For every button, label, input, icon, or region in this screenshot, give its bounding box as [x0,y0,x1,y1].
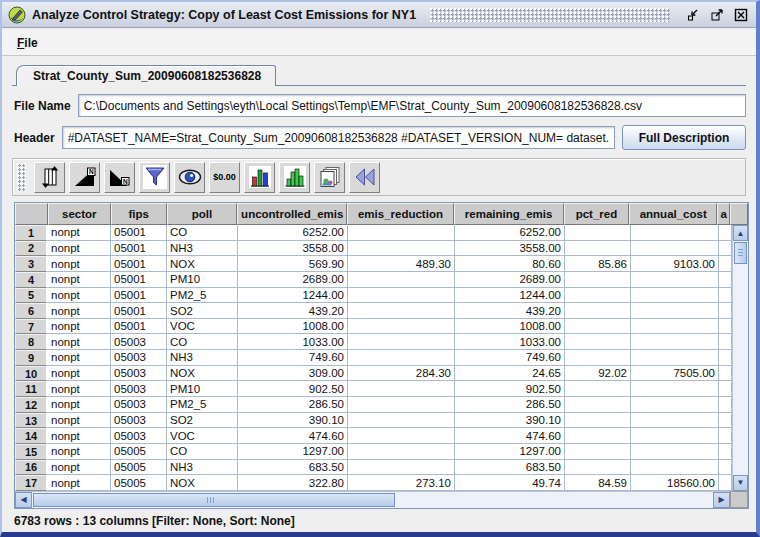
cell-uncontrolled_emis[interactable]: 1033.00 [238,334,348,350]
cell-annual_cost[interactable] [631,303,719,319]
row-header[interactable]: 9 [15,350,48,366]
cell-pct_red[interactable]: 84.59 [565,475,631,491]
header-input[interactable] [62,126,615,149]
cell-uncontrolled_emis[interactable]: 390.10 [238,413,348,429]
cell-emis_reduction[interactable] [348,413,455,429]
cell-sector[interactable]: nonpt [48,444,111,460]
cell-fips[interactable]: 05001 [111,288,167,304]
cell-fips[interactable]: 05003 [111,381,167,397]
cell-remaining_emis[interactable]: 3558.00 [455,241,565,257]
cell-sector[interactable]: nonpt [48,241,111,257]
arrange-columns-button[interactable] [34,162,65,193]
cell-a[interactable] [719,288,732,304]
cell-remaining_emis[interactable]: 2689.00 [455,272,565,288]
cell-emis_reduction[interactable] [348,241,455,257]
cell-poll[interactable]: NOX [167,256,238,272]
cell-sector[interactable]: nonpt [48,397,111,413]
cell-a[interactable] [719,475,732,491]
cell-a[interactable] [719,225,732,241]
tab-strat-county-sum[interactable]: Strat_County_Sum_20090608182536828 [16,65,276,86]
cell-a[interactable] [719,444,732,460]
cell-annual_cost[interactable] [631,225,719,241]
minimize-button[interactable] [684,6,702,24]
cell-pct_red[interactable] [565,225,631,241]
vertical-scrollbar[interactable]: ▲ ▼ [732,225,748,491]
cell-remaining_emis[interactable]: 286.50 [455,397,565,413]
cell-fips[interactable]: 05001 [111,241,167,257]
cell-fips[interactable]: 05001 [111,225,167,241]
cell-uncontrolled_emis[interactable]: 474.60 [238,428,348,444]
cell-a[interactable] [719,241,732,257]
cell-emis_reduction[interactable] [348,428,455,444]
column-header-poll[interactable]: poll [167,203,238,225]
cell-sector[interactable]: nonpt [48,460,111,476]
cell-pct_red[interactable] [565,303,631,319]
cell-uncontrolled_emis[interactable]: 6252.00 [238,225,348,241]
cell-remaining_emis[interactable]: 49.74 [455,475,565,491]
cell-pct_red[interactable] [565,334,631,350]
cell-uncontrolled_emis[interactable]: 1244.00 [238,288,348,304]
cell-emis_reduction[interactable] [348,319,455,335]
reset-button[interactable] [349,162,380,193]
file-name-input[interactable] [78,94,746,117]
cell-annual_cost[interactable] [631,460,719,476]
cell-emis_reduction[interactable] [348,381,455,397]
cell-sector[interactable]: nonpt [48,303,111,319]
column-header-a[interactable]: a [717,203,730,225]
cell-remaining_emis[interactable]: 439.20 [455,303,565,319]
cell-annual_cost[interactable] [631,444,719,460]
cell-emis_reduction[interactable] [348,397,455,413]
cell-fips[interactable]: 05003 [111,413,167,429]
cell-a[interactable] [719,256,732,272]
cell-emis_reduction[interactable] [348,334,455,350]
cell-uncontrolled_emis[interactable]: 902.50 [238,381,348,397]
horizontal-scroll-track[interactable] [395,492,713,508]
cell-remaining_emis[interactable]: 474.60 [455,428,565,444]
cell-fips[interactable]: 05003 [111,397,167,413]
copy-image-button[interactable] [314,162,345,193]
cell-a[interactable] [719,428,732,444]
cell-emis_reduction[interactable]: 284.30 [348,366,455,382]
scroll-down-icon[interactable]: ▼ [733,475,748,491]
cell-annual_cost[interactable] [631,397,719,413]
row-header[interactable]: 17 [15,475,48,491]
cell-fips[interactable]: 05003 [111,366,167,382]
close-button[interactable] [732,6,750,24]
cell-remaining_emis[interactable]: 1244.00 [455,288,565,304]
cell-pct_red[interactable] [565,428,631,444]
cell-poll[interactable]: PM2_5 [167,288,238,304]
cell-poll[interactable]: SO2 [167,303,238,319]
cell-poll[interactable]: NH3 [167,460,238,476]
cell-pct_red[interactable] [565,413,631,429]
cell-sector[interactable]: nonpt [48,256,111,272]
cell-emis_reduction[interactable] [348,303,455,319]
cell-fips[interactable]: 05003 [111,350,167,366]
cell-sector[interactable]: nonpt [48,288,111,304]
cell-uncontrolled_emis[interactable]: 322.80 [238,475,348,491]
cell-annual_cost[interactable] [631,272,719,288]
cell-remaining_emis[interactable]: 749.60 [455,350,565,366]
cell-emis_reduction[interactable] [348,225,455,241]
menu-file[interactable]: File [8,32,47,54]
bar-chart-button[interactable] [244,162,275,193]
cell-a[interactable] [719,366,732,382]
cell-fips[interactable]: 05005 [111,475,167,491]
cell-remaining_emis[interactable]: 80.60 [455,256,565,272]
horizontal-scroll-thumb[interactable] [33,493,395,507]
row-header[interactable]: 15 [15,444,48,460]
row-header[interactable]: 2 [15,241,48,257]
cell-poll[interactable]: SO2 [167,413,238,429]
cell-fips[interactable]: 05005 [111,444,167,460]
cell-sector[interactable]: nonpt [48,334,111,350]
column-header-sector[interactable]: sector [48,203,111,225]
cell-poll[interactable]: NOX [167,366,238,382]
cell-pct_red[interactable]: 85.86 [565,256,631,272]
title-bar[interactable]: Analyze Control Strategy: Copy of Least … [2,2,756,28]
sort-ascending-button[interactable]: N [69,162,100,193]
vertical-scroll-thumb[interactable] [734,242,747,264]
row-header[interactable]: 12 [15,397,48,413]
column-header-fips[interactable]: fips [111,203,167,225]
cell-a[interactable] [719,350,732,366]
row-header[interactable]: 6 [15,303,48,319]
cell-remaining_emis[interactable]: 1008.00 [455,319,565,335]
